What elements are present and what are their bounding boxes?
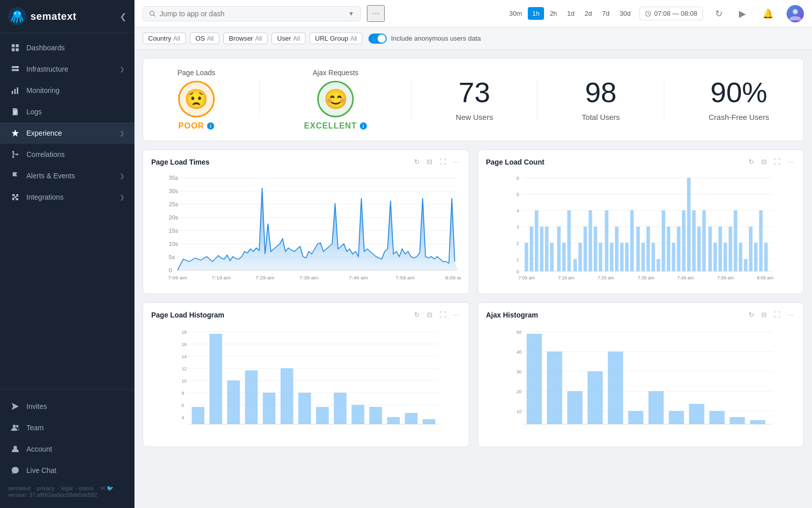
chart-more-plt[interactable]: ··· <box>451 157 461 167</box>
chart-minimize-plc[interactable]: ⊟ <box>759 157 769 167</box>
filter-chip-os[interactable]: OS All <box>190 33 219 44</box>
sidebar-item-experience[interactable]: Experience ❯ <box>0 122 134 144</box>
time-btn-1h[interactable]: 1h <box>528 7 544 20</box>
sidebar-item-team[interactable]: Team <box>0 417 134 438</box>
sidebar-item-label: Dashboards <box>26 44 124 52</box>
chart-refresh-plc[interactable]: ↻ <box>747 157 756 167</box>
grid-icon <box>10 43 20 53</box>
chart-expand-plh[interactable]: ⛶ <box>437 310 448 320</box>
svg-rect-70 <box>524 243 528 271</box>
info-icon-ajax[interactable]: i <box>360 122 367 130</box>
search-input[interactable] <box>160 10 345 18</box>
filter-chip-country[interactable]: Country All <box>143 33 186 44</box>
svg-text:14: 14 <box>182 354 187 359</box>
sidebar-item-label: Logs <box>26 108 124 116</box>
sidebar-item-infrastructure[interactable]: Infrastructure ❯ <box>0 58 134 80</box>
svg-rect-113 <box>749 227 752 271</box>
info-icon-pageloads[interactable]: i <box>207 122 214 130</box>
svg-text:30: 30 <box>516 369 521 374</box>
chart-minimize-plh[interactable]: ⊟ <box>425 310 434 320</box>
search-box[interactable]: ▼ <box>143 6 361 21</box>
time-btn-30d[interactable]: 30d <box>615 7 635 20</box>
svg-rect-142 <box>227 380 240 424</box>
chart-more-plh[interactable]: ··· <box>451 310 461 320</box>
search-dropdown-arrow[interactable]: ▼ <box>348 10 354 17</box>
refresh-button[interactable]: ↻ <box>711 6 727 21</box>
stat-page-loads-title: Page Loads <box>177 69 215 77</box>
footer-link-status[interactable]: status <box>79 485 93 491</box>
svg-rect-165 <box>526 334 542 424</box>
filter-bar: Country All OS All Browser All User All … <box>134 27 812 50</box>
svg-rect-110 <box>733 210 737 271</box>
chart-refresh-plt[interactable]: ↻ <box>412 157 422 167</box>
svg-text:10s: 10s <box>169 241 179 247</box>
sidebar-item-logs[interactable]: Logs <box>0 101 134 122</box>
svg-text:18: 18 <box>182 330 187 335</box>
time-btn-2d[interactable]: 2d <box>580 7 596 20</box>
sidebar-item-monitoring[interactable]: Monitoring <box>0 80 134 101</box>
svg-text:30s: 30s <box>169 188 179 194</box>
sidebar-item-label: Infrastructure <box>26 65 120 73</box>
svg-point-1 <box>13 11 21 18</box>
svg-rect-106 <box>713 243 717 271</box>
svg-text:7:49 am: 7:49 am <box>677 275 694 280</box>
footer-link-legal[interactable]: legal <box>61 485 73 491</box>
svg-rect-140 <box>192 407 205 424</box>
svg-text:7:29 am: 7:29 am <box>256 275 275 280</box>
svg-text:40: 40 <box>516 350 521 355</box>
filter-label-user: User <box>277 35 291 42</box>
svg-rect-109 <box>728 227 732 271</box>
more-options-button[interactable]: ··· <box>367 5 385 22</box>
chart-expand-plt[interactable]: ⛶ <box>437 157 448 167</box>
footer-link-privacy[interactable]: privacy <box>37 485 55 491</box>
play-button[interactable]: ▶ <box>735 6 750 21</box>
sidebar-item-alerts[interactable]: Alerts & Events ❯ <box>0 165 134 186</box>
anonymous-toggle[interactable] <box>368 34 387 44</box>
chart-minimize-ah[interactable]: ⊟ <box>759 310 769 320</box>
git-merge-icon <box>10 149 20 160</box>
chart-refresh-plh[interactable]: ↻ <box>412 310 422 320</box>
chart-refresh-ah[interactable]: ↻ <box>747 310 756 320</box>
time-btn-2h[interactable]: 2h <box>545 7 561 20</box>
svg-rect-4 <box>12 44 15 47</box>
chart-expand-ah[interactable]: ⛶ <box>772 310 783 320</box>
sidebar-item-live-chat[interactable]: Live Chat <box>0 460 134 481</box>
chevron-right-icon: ❯ <box>120 173 124 179</box>
sidebar-item-account[interactable]: Account <box>0 438 134 460</box>
time-range-display[interactable]: 07:08 — 08:08 <box>639 7 703 20</box>
time-btn-30m[interactable]: 30m <box>504 7 526 20</box>
sidebar-item-integrations[interactable]: Integrations ❯ <box>0 186 134 208</box>
svg-rect-174 <box>709 411 724 424</box>
svg-rect-71 <box>529 227 533 271</box>
chart-more-ah[interactable]: ··· <box>786 310 795 320</box>
avatar[interactable] <box>787 5 804 22</box>
svg-text:7:09 am: 7:09 am <box>518 275 535 280</box>
time-btn-7d[interactable]: 7d <box>598 7 614 20</box>
filter-chip-browser[interactable]: Browser All <box>223 33 267 44</box>
stat-total-users: 98 Total Users <box>582 78 620 121</box>
chart-more-plc[interactable]: ··· <box>786 157 795 167</box>
sidebar-item-dashboards[interactable]: Dashboards <box>0 37 134 58</box>
sidebar-item-correlations[interactable]: Correlations <box>0 144 134 165</box>
svg-point-24 <box>16 425 19 428</box>
svg-text:15s: 15s <box>169 228 179 234</box>
chart-minimize-plt[interactable]: ⊟ <box>425 157 434 167</box>
footer-link-sematext[interactable]: sematext <box>8 485 31 491</box>
sidebar-item-invites[interactable]: Invites <box>0 396 134 417</box>
chart-card-page-load-times: Page Load Times ↻ ⊟ ⛶ ··· 35s 30s 25s 20… <box>143 149 469 294</box>
filter-chip-urlgroup[interactable]: URL Group All <box>310 33 363 44</box>
svg-point-32 <box>793 9 798 14</box>
notifications-button[interactable]: 🔔 <box>758 6 777 21</box>
chart-title-plh: Page Load Histogram <box>151 311 412 319</box>
svg-rect-176 <box>750 420 765 424</box>
time-btn-1d[interactable]: 1d <box>563 7 579 20</box>
chart-expand-plc[interactable]: ⛶ <box>772 157 783 167</box>
svg-rect-116 <box>764 243 767 271</box>
svg-text:10: 10 <box>516 409 521 414</box>
filter-chip-user[interactable]: User All <box>272 33 306 44</box>
chart-svg-plt: 35s 30s 25s 20s 15s 10s 5s 0 <box>151 173 461 284</box>
chart-actions-plt: ↻ ⊟ ⛶ ··· <box>412 157 461 167</box>
sidebar-collapse-button[interactable]: ❮ <box>120 12 126 21</box>
stat-new-users-label: New Users <box>456 113 493 121</box>
chart-header-plc: Page Load Count ↻ ⊟ ⛶ ··· <box>486 157 796 167</box>
